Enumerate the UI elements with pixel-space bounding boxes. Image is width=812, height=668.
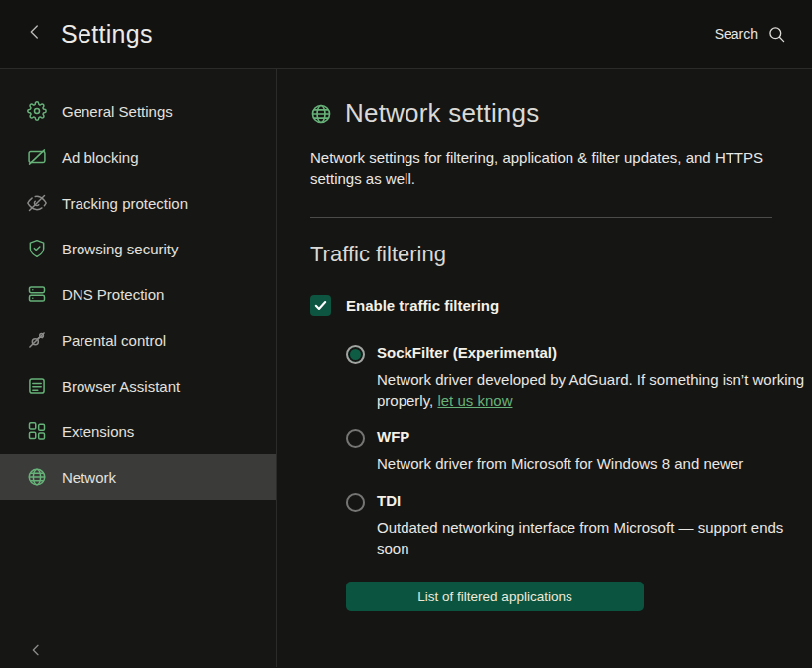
- radio-label: TDI: [377, 492, 808, 509]
- search-button[interactable]: Search: [715, 25, 786, 44]
- back-icon[interactable]: [26, 23, 44, 45]
- sidebar-item-label: Extensions: [62, 423, 134, 440]
- sidebar-item-network[interactable]: Network: [0, 454, 276, 500]
- sidebar-item-ad-blocking[interactable]: Ad blocking: [0, 134, 276, 180]
- sidebar-item-label: Browser Assistant: [62, 378, 180, 395]
- collapse-sidebar-icon[interactable]: [28, 642, 44, 660]
- pacifier-off-icon: [27, 330, 47, 350]
- sidebar-item-label: Browsing security: [62, 241, 179, 257]
- sidebar-item-parental-control[interactable]: Parental control: [0, 317, 276, 363]
- checkbox-label: Enable traffic filtering: [346, 297, 499, 314]
- sidebar-item-dns-protection[interactable]: DNS Protection: [0, 271, 276, 317]
- checkbox-checked-icon[interactable]: [310, 295, 331, 316]
- eye-off-icon: [27, 193, 47, 213]
- let-us-know-link[interactable]: let us know: [437, 392, 512, 409]
- document-lines-icon: [27, 376, 47, 396]
- sidebar-item-label: Tracking protection: [62, 195, 188, 212]
- content-description: Network settings for filtering, applicat…: [310, 147, 772, 189]
- sidebar-item-general-settings[interactable]: General Settings: [0, 88, 276, 134]
- globe-icon: [27, 467, 47, 487]
- radio-unselected-icon[interactable]: [346, 429, 365, 448]
- ad-block-icon: [27, 147, 47, 167]
- section-divider: [310, 217, 772, 218]
- radio-option-sockfilter[interactable]: SockFilter (Experimental) Network driver…: [346, 344, 808, 411]
- driver-radio-group: SockFilter (Experimental) Network driver…: [346, 344, 808, 559]
- page-title: Settings: [61, 20, 153, 49]
- radio-label: WFP: [377, 428, 808, 445]
- settings-sidebar: General Settings Ad blocking Tracking pr…: [0, 69, 277, 667]
- shield-check-icon: [27, 239, 47, 258]
- sidebar-item-browsing-security[interactable]: Browsing security: [0, 226, 276, 271]
- server-stack-icon: [27, 284, 47, 304]
- radio-description: Network driver developed by AdGuard. If …: [377, 369, 808, 411]
- sidebar-item-label: Parental control: [62, 332, 166, 349]
- network-settings-panel: Network settings Network settings for fi…: [277, 69, 812, 667]
- search-label: Search: [715, 26, 758, 42]
- sidebar-item-tracking-protection[interactable]: Tracking protection: [0, 180, 276, 226]
- sidebar-item-label: Network: [62, 469, 116, 486]
- radio-unselected-icon[interactable]: [346, 493, 365, 512]
- sidebar-item-label: Ad blocking: [62, 149, 139, 166]
- traffic-filtering-heading: Traffic filtering: [310, 242, 808, 267]
- radio-description: Network driver from Microsoft for Window…: [377, 453, 808, 474]
- title-bar: Settings Search: [0, 0, 812, 69]
- radio-label: SockFilter (Experimental): [377, 344, 808, 361]
- sidebar-item-label: DNS Protection: [62, 286, 164, 303]
- content-title: Network settings: [345, 98, 539, 129]
- list-of-filtered-applications-button[interactable]: List of filtered applications: [346, 582, 644, 611]
- radio-option-wfp[interactable]: WFP Network driver from Microsoft for Wi…: [346, 428, 808, 474]
- sidebar-item-extensions[interactable]: Extensions: [0, 409, 276, 454]
- radio-option-tdi[interactable]: TDI Outdated networking interface from M…: [346, 492, 808, 559]
- radio-description: Outdated networking interface from Micro…: [377, 517, 808, 559]
- grid-squares-icon: [27, 421, 47, 441]
- globe-icon: [310, 103, 332, 125]
- search-icon: [767, 25, 786, 44]
- enable-traffic-filtering-checkbox-row[interactable]: Enable traffic filtering: [310, 295, 808, 316]
- gear-icon: [27, 101, 47, 121]
- sidebar-item-browser-assistant[interactable]: Browser Assistant: [0, 363, 276, 409]
- radio-selected-icon[interactable]: [346, 345, 365, 364]
- sidebar-item-label: General Settings: [62, 103, 173, 120]
